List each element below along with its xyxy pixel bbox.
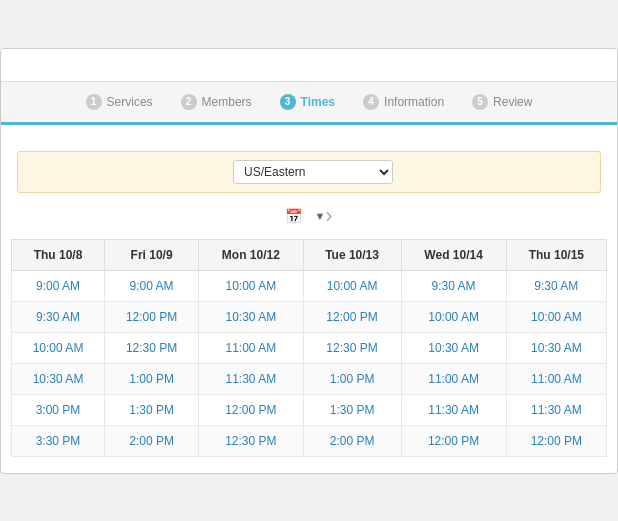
calendar-icon: 📅 xyxy=(285,208,302,224)
time-slot[interactable]: 12:30 PM xyxy=(105,332,199,363)
step-num-1: 1 xyxy=(86,94,102,110)
time-slot[interactable]: 1:00 PM xyxy=(303,363,401,394)
time-slot[interactable]: 10:30 AM xyxy=(199,301,303,332)
time-slot[interactable]: 10:00 AM xyxy=(199,270,303,301)
col-header-wed-10/14: Wed 10/14 xyxy=(401,239,506,270)
time-slot[interactable]: 9:00 AM xyxy=(105,270,199,301)
col-header-fri-10/9: Fri 10/9 xyxy=(105,239,199,270)
time-slot[interactable]: 12:00 PM xyxy=(199,394,303,425)
col-header-mon-10/12: Mon 10/12 xyxy=(199,239,303,270)
time-slot[interactable]: 2:00 PM xyxy=(105,425,199,456)
time-slot[interactable]: 1:30 PM xyxy=(105,394,199,425)
time-slot[interactable]: 11:00 AM xyxy=(199,332,303,363)
step-label-information: Information xyxy=(384,95,444,109)
date-nav-wrapper: 📅 ▼ › xyxy=(1,203,617,239)
step-label-times: Times xyxy=(301,95,335,109)
time-slot[interactable]: 12:30 PM xyxy=(199,425,303,456)
date-range[interactable]: 📅 ▼ xyxy=(285,208,325,224)
time-slot[interactable]: 1:00 PM xyxy=(105,363,199,394)
chevron-down-icon: ▼ xyxy=(314,210,325,222)
time-slot[interactable]: 11:00 AM xyxy=(401,363,506,394)
time-slot[interactable]: 9:30 AM xyxy=(401,270,506,301)
time-slot[interactable]: 10:00 AM xyxy=(12,332,105,363)
time-slot[interactable]: 10:30 AM xyxy=(506,332,606,363)
times-table: Thu 10/8Fri 10/9Mon 10/12Tue 10/13Wed 10… xyxy=(11,239,607,457)
step-information[interactable]: 4 Information xyxy=(349,90,458,114)
time-slot[interactable]: 12:00 PM xyxy=(105,301,199,332)
time-slot[interactable]: 9:30 AM xyxy=(12,301,105,332)
header xyxy=(1,49,617,81)
time-slot[interactable]: 1:30 PM xyxy=(303,394,401,425)
table-row: 9:00 AM9:00 AM10:00 AM10:00 AM9:30 AM9:3… xyxy=(12,270,607,301)
step-services[interactable]: 1 Services xyxy=(72,90,167,114)
next-week-button[interactable]: › xyxy=(325,203,332,229)
time-slot[interactable]: 2:00 PM xyxy=(303,425,401,456)
time-slot[interactable]: 12:00 PM xyxy=(303,301,401,332)
time-slot[interactable]: 9:30 AM xyxy=(506,270,606,301)
table-header-row: Thu 10/8Fri 10/9Mon 10/12Tue 10/13Wed 10… xyxy=(12,239,607,270)
time-slot[interactable]: 10:00 AM xyxy=(303,270,401,301)
time-slot[interactable]: 3:30 PM xyxy=(12,425,105,456)
step-num-2: 2 xyxy=(181,94,197,110)
time-slot[interactable]: 11:30 AM xyxy=(506,394,606,425)
booking-title xyxy=(1,125,617,151)
step-members[interactable]: 2 Members xyxy=(167,90,266,114)
time-slot[interactable]: 11:30 AM xyxy=(199,363,303,394)
steps-nav: 1 Services 2 Members 3 Times 4 Informati… xyxy=(1,81,617,125)
step-num-5: 5 xyxy=(472,94,488,110)
time-slot[interactable]: 12:30 PM xyxy=(303,332,401,363)
time-slot[interactable]: 10:30 AM xyxy=(401,332,506,363)
table-row: 10:30 AM1:00 PM11:30 AM1:00 PM11:00 AM11… xyxy=(12,363,607,394)
step-num-3: 3 xyxy=(280,94,296,110)
time-slot[interactable]: 10:00 AM xyxy=(506,301,606,332)
time-slot[interactable]: 11:30 AM xyxy=(401,394,506,425)
time-slot[interactable]: 11:00 AM xyxy=(506,363,606,394)
col-header-thu-10/8: Thu 10/8 xyxy=(12,239,105,270)
times-grid-wrapper: Thu 10/8Fri 10/9Mon 10/12Tue 10/13Wed 10… xyxy=(1,239,617,473)
step-label-services: Services xyxy=(107,95,153,109)
time-slot[interactable]: 12:00 PM xyxy=(401,425,506,456)
time-slot[interactable]: 12:00 PM xyxy=(506,425,606,456)
col-header-thu-10/15: Thu 10/15 xyxy=(506,239,606,270)
table-body: 9:00 AM9:00 AM10:00 AM10:00 AM9:30 AM9:3… xyxy=(12,270,607,456)
timezone-select[interactable]: US/Eastern US/Central US/Mountain US/Pac… xyxy=(233,160,393,184)
step-label-members: Members xyxy=(202,95,252,109)
time-slot[interactable]: 10:00 AM xyxy=(401,301,506,332)
time-slot[interactable]: 10:30 AM xyxy=(12,363,105,394)
table-row: 9:30 AM12:00 PM10:30 AM12:00 PM10:00 AM1… xyxy=(12,301,607,332)
table-row: 3:30 PM2:00 PM12:30 PM2:00 PM12:00 PM12:… xyxy=(12,425,607,456)
time-slot[interactable]: 9:00 AM xyxy=(12,270,105,301)
timezone-bar: US/Eastern US/Central US/Mountain US/Pac… xyxy=(17,151,601,193)
time-slot[interactable]: 3:00 PM xyxy=(12,394,105,425)
step-label-review: Review xyxy=(493,95,532,109)
table-row: 10:00 AM12:30 PM11:00 AM12:30 PM10:30 AM… xyxy=(12,332,607,363)
step-times[interactable]: 3 Times xyxy=(266,90,349,114)
table-row: 3:00 PM1:30 PM12:00 PM1:30 PM11:30 AM11:… xyxy=(12,394,607,425)
main-container: 1 Services 2 Members 3 Times 4 Informati… xyxy=(0,48,618,474)
step-review[interactable]: 5 Review xyxy=(458,90,546,114)
col-header-tue-10/13: Tue 10/13 xyxy=(303,239,401,270)
step-num-4: 4 xyxy=(363,94,379,110)
